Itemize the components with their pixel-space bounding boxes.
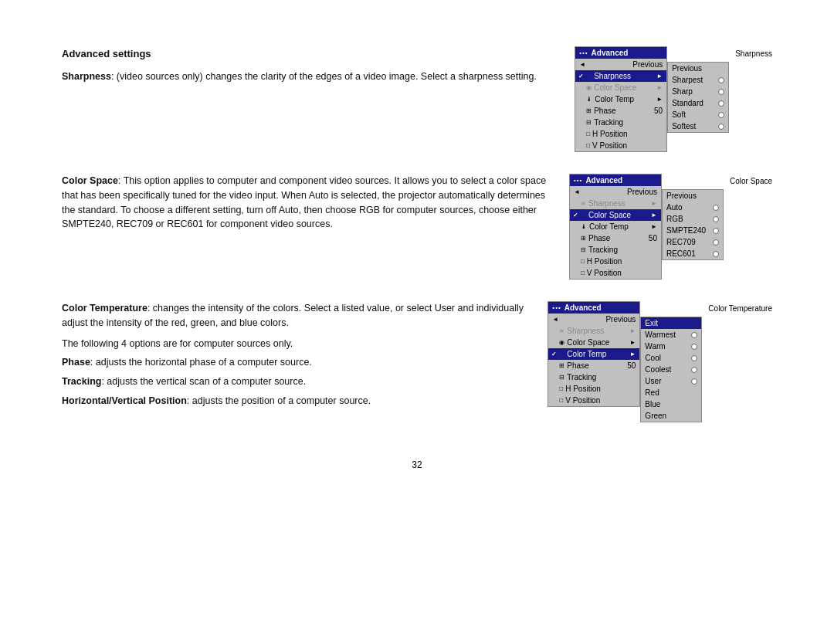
vpos-icon-s: □ (586, 142, 590, 149)
menu-item-vpos-ct[interactable]: □V Position (548, 395, 639, 406)
ui-col-colortemp: Advanced Previous ≋Sharpness ► ◉Color Sp… (548, 301, 772, 422)
menu-title-cs: Advanced (570, 175, 661, 186)
menu-item-hpos-cs[interactable]: □H Position (570, 256, 661, 267)
menu-item-previous-s[interactable]: Previous (575, 59, 666, 70)
para-tracking: Tracking: adjusts the vertical scan of a… (62, 375, 532, 389)
menu-item-phase-cs[interactable]: ⊞Phase 50 (570, 232, 661, 244)
submenu-rec601[interactable]: REC601 (663, 248, 723, 259)
menu-item-vpos-s[interactable]: □V Position (575, 140, 666, 151)
phase-icon-s: ⊞ (586, 107, 592, 114)
radio-soft (718, 112, 724, 118)
menu-item-colortemp-ct[interactable]: ✓ Color Temp ► (548, 348, 639, 360)
menu-item-hpos-s[interactable]: □H Position (575, 128, 666, 140)
phase-value-cs: 50 (649, 234, 657, 242)
submenu-coolest[interactable]: Coolest (641, 364, 701, 375)
para-sharpness: Sharpness: (video sources only) changes … (62, 69, 559, 84)
menu-item-previous-cs[interactable]: Previous (570, 186, 661, 198)
submenu-sharpest[interactable]: Sharpest (668, 74, 728, 86)
inner-colortemp-s: 🌡Color Temp (586, 95, 656, 103)
menu-item-phase-s[interactable]: ⊞Phase 50 (575, 105, 666, 117)
arrow-cs: ► (651, 212, 657, 219)
item-inner-sharpness: ✓ Sharpness (586, 72, 656, 80)
submenu-red[interactable]: Red (641, 387, 701, 398)
menu-item-sharpness-cs[interactable]: ≋Sharpness ► (570, 198, 661, 209)
phase-icon-ct: ⊞ (559, 362, 564, 369)
submenu-previous-cs[interactable]: Previous (663, 190, 723, 202)
submenu-smpte[interactable]: SMPTE240 (663, 225, 723, 236)
section-colorspace: Color Space: This option applies to comp… (62, 174, 772, 280)
submenu-sharpness: Previous Sharpest Sharp Standard Sof (667, 62, 729, 133)
submenu-colortemp: Exit Warmest Warm Cool Coolest (640, 317, 702, 422)
check-ct: ✓ (551, 351, 557, 358)
submenu-sharp[interactable]: Sharp (668, 86, 728, 97)
arrow-sharpness: ► (656, 73, 663, 80)
submenu-softest[interactable]: Softest (668, 120, 728, 132)
radio-warm (691, 344, 697, 350)
hpos-icon-ct: □ (559, 385, 563, 392)
tracking-icon-ct: ⊟ (559, 374, 564, 381)
radio-rgb (713, 216, 719, 222)
inner-tracking-ct: ⊟Tracking (559, 373, 636, 381)
submenu-green[interactable]: Green (641, 410, 701, 422)
submenu-soft[interactable]: Soft (668, 109, 728, 120)
menu-item-tracking-ct[interactable]: ⊟Tracking (548, 371, 639, 383)
submenu-standard[interactable]: Standard (668, 97, 728, 109)
arrow-ct: ► (629, 351, 636, 358)
menu-item-colorspace-ct[interactable]: ◉Color Space ► (548, 337, 639, 348)
submenu-colorspace: Previous Auto RGB SMPTE240 REC709 (662, 189, 724, 260)
submenu-exit[interactable]: Exit (641, 317, 701, 329)
menu-item-colorspace-s[interactable]: ◉Color Space ► (575, 82, 666, 93)
label-phase: Phase (62, 357, 90, 368)
submenu-warm[interactable]: Warm (641, 341, 701, 352)
inner-sharpness-cs: ≋Sharpness (581, 199, 651, 208)
sharpness-icon-cs: ≋ (581, 200, 586, 207)
tracking-icon-s: ⊟ (586, 119, 592, 126)
submenu-cool[interactable]: Cool (641, 352, 701, 364)
page-number: 32 (62, 459, 772, 470)
phase-value-ct: 50 (627, 361, 636, 370)
submenu-rgb[interactable]: RGB (663, 213, 723, 225)
para-phase: Phase: adjusts the horizontal phase of a… (62, 355, 532, 370)
menu-item-vpos-cs[interactable]: □V Position (570, 267, 661, 279)
ui-wrapper-sharpness: Advanced Previous ✓ Sharpness ► ◉Color S… (575, 46, 772, 152)
para-following: The following 4 options are for computer… (62, 337, 532, 351)
menu-item-hpos-ct[interactable]: □H Position (548, 383, 639, 395)
menu-item-previous-ct[interactable]: Previous (548, 314, 639, 325)
label-sharpness: Sharpness (62, 71, 111, 82)
menu-item-sharpness-s[interactable]: ✓ Sharpness ► (575, 70, 666, 82)
inner-phase-cs: ⊞Phase (581, 234, 649, 242)
menu-item-sharpness-ct[interactable]: ≋Sharpness ► (548, 325, 639, 337)
para-colortemp: Color Temperature: changes the intensity… (62, 301, 532, 330)
radio-softest (718, 124, 724, 130)
radio-sharp (718, 89, 724, 95)
colorspace-icon-ct: ◉ (559, 339, 564, 346)
tracking-icon-cs: ⊟ (581, 246, 586, 253)
menu-item-phase-ct[interactable]: ⊞Phase 50 (548, 360, 639, 371)
arrow-colortemp-cs: ► (651, 223, 657, 230)
inner-hpos-s: □H Position (586, 130, 663, 138)
content-area: Advanced settings Sharpness: (video sour… (62, 46, 772, 470)
submenu-previous-s[interactable]: Previous (668, 63, 728, 74)
section-sharpness: Advanced settings Sharpness: (video sour… (62, 46, 772, 152)
hpos-icon-cs: □ (581, 258, 585, 265)
menu-item-colorspace-cs[interactable]: ✓ Color Space ► (570, 209, 661, 221)
menu-item-colortemp-s[interactable]: 🌡Color Temp ► (575, 93, 666, 105)
inner-colorspace-ct: ◉Color Space (559, 338, 629, 347)
menu-item-tracking-s[interactable]: ⊟Tracking (575, 117, 666, 128)
phase-icon-cs: ⊞ (581, 235, 586, 242)
submenu-rec709[interactable]: REC709 (663, 236, 723, 248)
submenu-warmest[interactable]: Warmest (641, 329, 701, 341)
inner-phase-s: ⊞Phase (586, 107, 654, 115)
menu-item-colortemp-cs[interactable]: 🌡Color Temp ► (570, 221, 661, 232)
label-hvposition: Horizontal/Vertical Position (62, 395, 187, 406)
vpos-icon-cs: □ (581, 269, 585, 276)
submenu-user[interactable]: User (641, 375, 701, 387)
radio-smpte (713, 228, 719, 234)
radio-sharpest (718, 77, 724, 83)
inner-tracking-s: ⊟Tracking (586, 118, 663, 127)
submenu-auto[interactable]: Auto (663, 202, 723, 213)
menu-item-tracking-cs[interactable]: ⊟Tracking (570, 244, 661, 256)
menu-title-ct: Advanced (548, 302, 639, 314)
para-colorspace: Color Space: This option applies to comp… (62, 174, 554, 232)
submenu-blue[interactable]: Blue (641, 398, 701, 410)
